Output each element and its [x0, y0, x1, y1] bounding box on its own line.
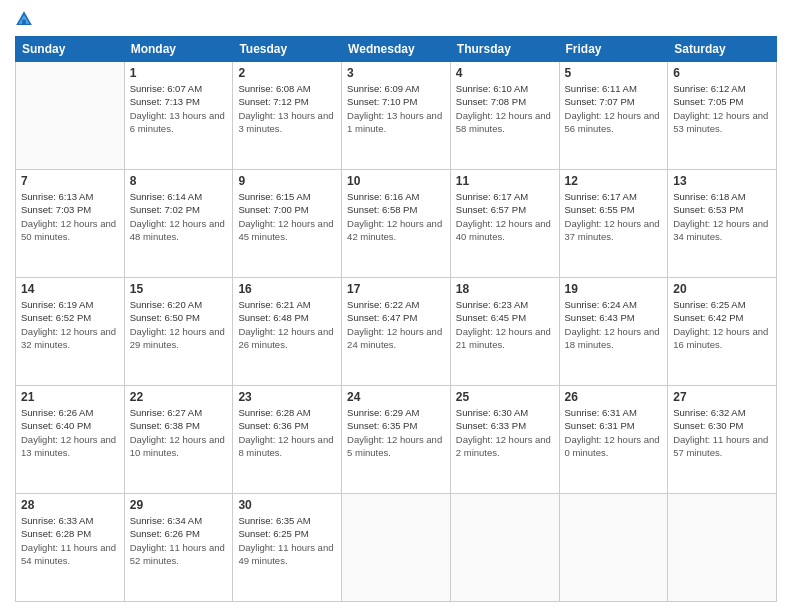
sunrise: Sunrise: 6:30 AM [456, 407, 528, 418]
day-info: Sunrise: 6:25 AM Sunset: 6:42 PM Dayligh… [673, 298, 771, 351]
sunrise: Sunrise: 6:17 AM [565, 191, 637, 202]
daylight: Daylight: 11 hours and 49 minutes. [238, 542, 333, 566]
day-cell: 29 Sunrise: 6:34 AM Sunset: 6:26 PM Dayl… [124, 494, 233, 602]
week-row: 14 Sunrise: 6:19 AM Sunset: 6:52 PM Dayl… [16, 278, 777, 386]
day-info: Sunrise: 6:10 AM Sunset: 7:08 PM Dayligh… [456, 82, 554, 135]
daylight: Daylight: 12 hours and 5 minutes. [347, 434, 442, 458]
day-number: 3 [347, 66, 445, 80]
day-info: Sunrise: 6:33 AM Sunset: 6:28 PM Dayligh… [21, 514, 119, 567]
sunset: Sunset: 6:38 PM [130, 420, 200, 431]
sunrise: Sunrise: 6:24 AM [565, 299, 637, 310]
day-info: Sunrise: 6:24 AM Sunset: 6:43 PM Dayligh… [565, 298, 663, 351]
day-number: 20 [673, 282, 771, 296]
daylight: Daylight: 12 hours and 42 minutes. [347, 218, 442, 242]
week-row: 28 Sunrise: 6:33 AM Sunset: 6:28 PM Dayl… [16, 494, 777, 602]
day-number: 12 [565, 174, 663, 188]
day-cell: 22 Sunrise: 6:27 AM Sunset: 6:38 PM Dayl… [124, 386, 233, 494]
daylight: Daylight: 12 hours and 24 minutes. [347, 326, 442, 350]
day-number: 23 [238, 390, 336, 404]
daylight: Daylight: 12 hours and 40 minutes. [456, 218, 551, 242]
daylight: Daylight: 12 hours and 16 minutes. [673, 326, 768, 350]
sunrise: Sunrise: 6:26 AM [21, 407, 93, 418]
day-number: 6 [673, 66, 771, 80]
day-cell: 10 Sunrise: 6:16 AM Sunset: 6:58 PM Dayl… [342, 170, 451, 278]
daylight: Daylight: 12 hours and 50 minutes. [21, 218, 116, 242]
page: SundayMondayTuesdayWednesdayThursdayFrid… [0, 0, 792, 612]
daylight: Daylight: 11 hours and 52 minutes. [130, 542, 225, 566]
day-cell: 14 Sunrise: 6:19 AM Sunset: 6:52 PM Dayl… [16, 278, 125, 386]
day-number: 26 [565, 390, 663, 404]
sunset: Sunset: 7:13 PM [130, 96, 200, 107]
day-header: Wednesday [342, 37, 451, 62]
sunset: Sunset: 7:02 PM [130, 204, 200, 215]
day-info: Sunrise: 6:22 AM Sunset: 6:47 PM Dayligh… [347, 298, 445, 351]
sunset: Sunset: 6:53 PM [673, 204, 743, 215]
sunrise: Sunrise: 6:17 AM [456, 191, 528, 202]
day-number: 24 [347, 390, 445, 404]
sunrise: Sunrise: 6:29 AM [347, 407, 419, 418]
sunset: Sunset: 6:35 PM [347, 420, 417, 431]
sunrise: Sunrise: 6:09 AM [347, 83, 419, 94]
day-info: Sunrise: 6:21 AM Sunset: 6:48 PM Dayligh… [238, 298, 336, 351]
sunrise: Sunrise: 6:16 AM [347, 191, 419, 202]
day-info: Sunrise: 6:20 AM Sunset: 6:50 PM Dayligh… [130, 298, 228, 351]
day-number: 8 [130, 174, 228, 188]
sunrise: Sunrise: 6:18 AM [673, 191, 745, 202]
day-info: Sunrise: 6:34 AM Sunset: 6:26 PM Dayligh… [130, 514, 228, 567]
day-cell: 9 Sunrise: 6:15 AM Sunset: 7:00 PM Dayli… [233, 170, 342, 278]
day-header: Friday [559, 37, 668, 62]
sunset: Sunset: 7:07 PM [565, 96, 635, 107]
daylight: Daylight: 12 hours and 8 minutes. [238, 434, 333, 458]
sunrise: Sunrise: 6:12 AM [673, 83, 745, 94]
day-number: 17 [347, 282, 445, 296]
day-number: 14 [21, 282, 119, 296]
day-header: Thursday [450, 37, 559, 62]
day-cell: 11 Sunrise: 6:17 AM Sunset: 6:57 PM Dayl… [450, 170, 559, 278]
day-info: Sunrise: 6:18 AM Sunset: 6:53 PM Dayligh… [673, 190, 771, 243]
day-info: Sunrise: 6:13 AM Sunset: 7:03 PM Dayligh… [21, 190, 119, 243]
day-cell: 7 Sunrise: 6:13 AM Sunset: 7:03 PM Dayli… [16, 170, 125, 278]
daylight: Daylight: 13 hours and 6 minutes. [130, 110, 225, 134]
daylight: Daylight: 12 hours and 56 minutes. [565, 110, 660, 134]
daylight: Daylight: 12 hours and 13 minutes. [21, 434, 116, 458]
sunrise: Sunrise: 6:08 AM [238, 83, 310, 94]
day-cell: 4 Sunrise: 6:10 AM Sunset: 7:08 PM Dayli… [450, 62, 559, 170]
day-cell: 2 Sunrise: 6:08 AM Sunset: 7:12 PM Dayli… [233, 62, 342, 170]
sunrise: Sunrise: 6:11 AM [565, 83, 637, 94]
sunrise: Sunrise: 6:25 AM [673, 299, 745, 310]
day-number: 21 [21, 390, 119, 404]
sunrise: Sunrise: 6:31 AM [565, 407, 637, 418]
week-row: 7 Sunrise: 6:13 AM Sunset: 7:03 PM Dayli… [16, 170, 777, 278]
day-header: Sunday [16, 37, 125, 62]
day-info: Sunrise: 6:12 AM Sunset: 7:05 PM Dayligh… [673, 82, 771, 135]
sunset: Sunset: 6:55 PM [565, 204, 635, 215]
sunset: Sunset: 6:57 PM [456, 204, 526, 215]
header-row: SundayMondayTuesdayWednesdayThursdayFrid… [16, 37, 777, 62]
calendar-table: SundayMondayTuesdayWednesdayThursdayFrid… [15, 36, 777, 602]
day-number: 28 [21, 498, 119, 512]
sunset: Sunset: 6:45 PM [456, 312, 526, 323]
day-info: Sunrise: 6:17 AM Sunset: 6:57 PM Dayligh… [456, 190, 554, 243]
sunset: Sunset: 7:10 PM [347, 96, 417, 107]
sunrise: Sunrise: 6:15 AM [238, 191, 310, 202]
day-cell: 26 Sunrise: 6:31 AM Sunset: 6:31 PM Dayl… [559, 386, 668, 494]
day-number: 5 [565, 66, 663, 80]
day-info: Sunrise: 6:08 AM Sunset: 7:12 PM Dayligh… [238, 82, 336, 135]
daylight: Daylight: 11 hours and 54 minutes. [21, 542, 116, 566]
day-number: 7 [21, 174, 119, 188]
day-number: 19 [565, 282, 663, 296]
day-number: 10 [347, 174, 445, 188]
logo-icon [15, 10, 33, 28]
week-row: 1 Sunrise: 6:07 AM Sunset: 7:13 PM Dayli… [16, 62, 777, 170]
sunrise: Sunrise: 6:28 AM [238, 407, 310, 418]
day-info: Sunrise: 6:26 AM Sunset: 6:40 PM Dayligh… [21, 406, 119, 459]
sunrise: Sunrise: 6:23 AM [456, 299, 528, 310]
sunset: Sunset: 6:25 PM [238, 528, 308, 539]
day-info: Sunrise: 6:17 AM Sunset: 6:55 PM Dayligh… [565, 190, 663, 243]
day-number: 18 [456, 282, 554, 296]
day-cell: 16 Sunrise: 6:21 AM Sunset: 6:48 PM Dayl… [233, 278, 342, 386]
sunset: Sunset: 6:36 PM [238, 420, 308, 431]
sunrise: Sunrise: 6:21 AM [238, 299, 310, 310]
sunset: Sunset: 6:48 PM [238, 312, 308, 323]
day-number: 16 [238, 282, 336, 296]
